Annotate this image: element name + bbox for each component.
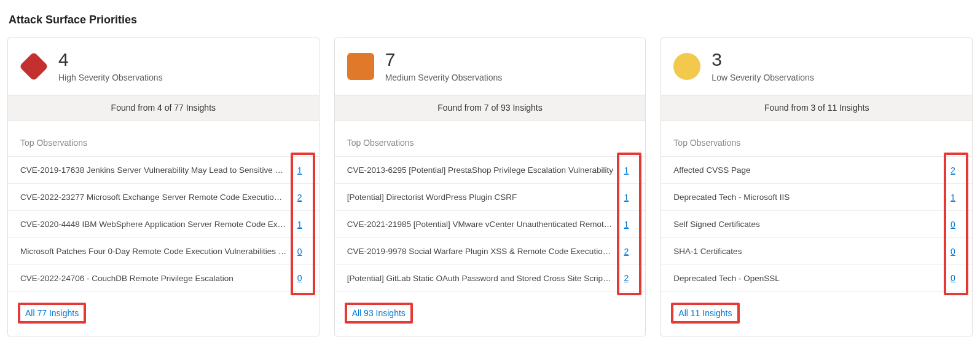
observation-row[interactable]: Microsoft Patches Four 0-Day Remote Code… bbox=[8, 237, 319, 264]
all-insights-highlight: All 93 Insights bbox=[345, 303, 413, 324]
card-header-high: 4 High Severity Observations bbox=[8, 38, 319, 95]
high-severity-label: High Severity Observations bbox=[58, 73, 163, 82]
card-header-low: 3 Low Severity Observations bbox=[661, 38, 972, 95]
observation-name: CVE-2021-21985 [Potential] VMware vCente… bbox=[347, 220, 614, 229]
observations-list-high: CVE-2019-17638 Jenkins Server Vulnerabil… bbox=[8, 156, 319, 292]
section-title: Attack Surface Priorities bbox=[9, 14, 973, 26]
observation-row[interactable]: CVE-2022-24706 - CouchDB Remote Privileg… bbox=[8, 264, 319, 292]
observation-name: Self Signed Certificates bbox=[673, 220, 940, 229]
observation-name: CVE-2022-24706 - CouchDB Remote Privileg… bbox=[20, 274, 287, 283]
observation-count-link[interactable]: 2 bbox=[293, 193, 307, 202]
observation-count-link[interactable]: 1 bbox=[619, 193, 633, 202]
medium-severity-label: Medium Severity Observations bbox=[385, 73, 503, 82]
card-header-medium: 7 Medium Severity Observations bbox=[335, 38, 646, 95]
observation-name: CVE-2013-6295 [Potential] PrestaShop Pri… bbox=[347, 165, 614, 175]
found-bar-low: Found from 3 of 11 Insights bbox=[661, 95, 972, 121]
observation-name: [Potential] Directorist WordPress Plugin… bbox=[347, 193, 614, 202]
medium-severity-icon bbox=[347, 53, 374, 80]
observation-row[interactable]: Deprecated Tech - OpenSSL 0 bbox=[661, 264, 972, 292]
high-severity-icon bbox=[20, 53, 47, 80]
observation-count-link[interactable]: 1 bbox=[293, 165, 307, 175]
observation-row[interactable]: CVE-2022-23277 Microsoft Exchange Server… bbox=[8, 183, 319, 210]
observation-count-link[interactable]: 2 bbox=[619, 273, 633, 283]
observation-count-link[interactable]: 1 bbox=[619, 165, 633, 175]
card-medium-severity: 7 Medium Severity Observations Found fro… bbox=[334, 38, 646, 336]
low-severity-count: 3 bbox=[711, 50, 814, 69]
observation-count-link[interactable]: 0 bbox=[946, 273, 960, 283]
card-footer-medium: All 93 Insights bbox=[335, 292, 646, 336]
priorities-cards-row: 4 High Severity Observations Found from … bbox=[7, 38, 973, 336]
all-insights-link-low[interactable]: All 11 Insights bbox=[678, 308, 732, 318]
found-bar-high: Found from 4 of 77 Insights bbox=[8, 95, 319, 121]
observation-count-link[interactable]: 2 bbox=[946, 165, 960, 175]
observation-name: Deprecated Tech - Microsoft IIS bbox=[673, 193, 940, 202]
observation-row[interactable]: CVE-2021-21985 [Potential] VMware vCente… bbox=[335, 210, 646, 237]
card-low-severity: 3 Low Severity Observations Found from 3… bbox=[661, 38, 973, 336]
observation-count-link[interactable]: 0 bbox=[293, 247, 307, 256]
observation-row[interactable]: CVE-2013-6295 [Potential] PrestaShop Pri… bbox=[335, 156, 646, 183]
observation-name: Affected CVSS Page bbox=[673, 165, 940, 175]
top-observations-label: Top Observations bbox=[335, 121, 646, 156]
top-observations-label: Top Observations bbox=[8, 121, 319, 156]
observation-count-link[interactable]: 1 bbox=[946, 193, 960, 202]
observation-row[interactable]: Affected CVSS Page 2 bbox=[661, 156, 972, 183]
all-insights-link-high[interactable]: All 77 Insights bbox=[25, 308, 79, 318]
all-insights-link-medium[interactable]: All 93 Insights bbox=[352, 308, 406, 318]
observation-name: CVE-2022-23277 Microsoft Exchange Server… bbox=[20, 193, 287, 202]
observation-count-link[interactable]: 0 bbox=[946, 247, 960, 256]
observation-name: Deprecated Tech - OpenSSL bbox=[673, 274, 940, 283]
observation-count-link[interactable]: 1 bbox=[619, 220, 633, 229]
observation-name: CVE-2020-4448 IBM WebSphere Application … bbox=[20, 220, 287, 229]
card-high-severity: 4 High Severity Observations Found from … bbox=[7, 38, 319, 336]
all-insights-highlight: All 77 Insights bbox=[18, 303, 86, 324]
found-bar-medium: Found from 7 of 93 Insights bbox=[335, 95, 646, 121]
low-severity-icon bbox=[673, 53, 700, 80]
observation-row[interactable]: Deprecated Tech - Microsoft IIS 1 bbox=[661, 183, 972, 210]
observation-row[interactable]: SHA-1 Certificates 0 bbox=[661, 237, 972, 264]
card-footer-low: All 11 Insights bbox=[661, 292, 972, 336]
observation-name: CVE-2019-9978 Social Warfare Plugin XSS … bbox=[347, 247, 614, 256]
card-footer-high: All 77 Insights bbox=[8, 292, 319, 336]
observation-row[interactable]: [Potential] GitLab Static OAuth Password… bbox=[335, 264, 646, 292]
observation-count-link[interactable]: 1 bbox=[293, 220, 307, 229]
observation-row[interactable]: CVE-2020-4448 IBM WebSphere Application … bbox=[8, 210, 319, 237]
low-severity-label: Low Severity Observations bbox=[711, 73, 814, 82]
observation-count-link[interactable]: 2 bbox=[619, 247, 633, 256]
observations-list-low: Affected CVSS Page 2 Deprecated Tech - M… bbox=[661, 156, 972, 292]
top-observations-label: Top Observations bbox=[661, 121, 972, 156]
all-insights-highlight: All 11 Insights bbox=[671, 303, 739, 324]
observation-row[interactable]: CVE-2019-9978 Social Warfare Plugin XSS … bbox=[335, 237, 646, 264]
observation-row[interactable]: [Potential] Directorist WordPress Plugin… bbox=[335, 183, 646, 210]
medium-severity-count: 7 bbox=[385, 50, 503, 69]
high-severity-count: 4 bbox=[58, 50, 163, 69]
observations-list-medium: CVE-2013-6295 [Potential] PrestaShop Pri… bbox=[335, 156, 646, 292]
observation-name: SHA-1 Certificates bbox=[673, 247, 940, 256]
observation-name: CVE-2019-17638 Jenkins Server Vulnerabil… bbox=[20, 165, 287, 175]
observation-count-link[interactable]: 0 bbox=[293, 273, 307, 283]
observation-name: [Potential] GitLab Static OAuth Password… bbox=[347, 274, 614, 283]
observation-count-link[interactable]: 0 bbox=[946, 220, 960, 229]
observation-row[interactable]: CVE-2019-17638 Jenkins Server Vulnerabil… bbox=[8, 156, 319, 183]
observation-row[interactable]: Self Signed Certificates 0 bbox=[661, 210, 972, 237]
observation-name: Microsoft Patches Four 0-Day Remote Code… bbox=[20, 247, 287, 256]
